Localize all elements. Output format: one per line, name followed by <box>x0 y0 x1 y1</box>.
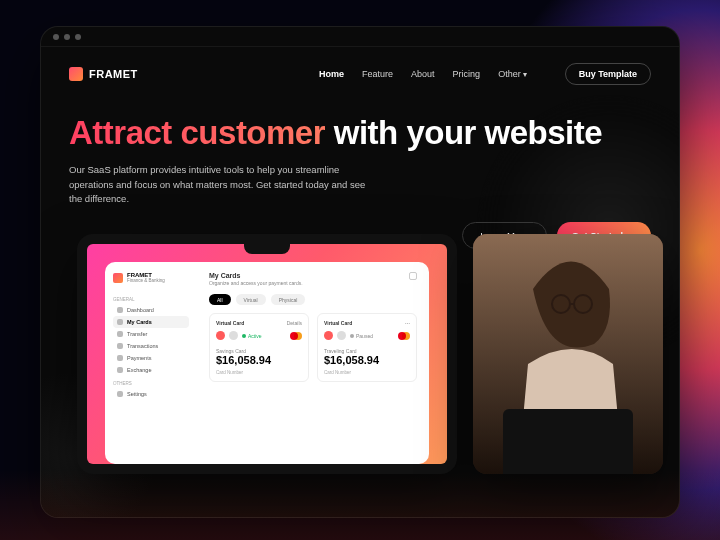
chevron-down-icon: ▾ <box>523 70 527 79</box>
browser-window: FRAMET Home Feature About Pricing Other▾… <box>40 26 680 518</box>
filter-all[interactable]: All <box>209 294 231 305</box>
exchange-icon <box>117 367 123 373</box>
nav-other[interactable]: Other▾ <box>498 69 527 79</box>
sidebar-section-label: GENERAL <box>113 297 189 302</box>
device-notch-icon <box>244 244 290 254</box>
nav-links: Home Feature About Pricing Other▾ <box>319 69 527 79</box>
status-badge: Active <box>242 333 262 339</box>
contactless-icon <box>337 331 346 340</box>
sidebar-item-settings[interactable]: Settings <box>113 388 189 400</box>
person-illustration-icon <box>473 234 663 474</box>
brand-name: FRAMET <box>89 68 138 80</box>
nav-feature[interactable]: Feature <box>362 69 393 79</box>
card-chip-icon <box>216 331 225 340</box>
contactless-icon <box>229 331 238 340</box>
artboard: FRAMET Home Feature About Pricing Other▾… <box>0 0 720 540</box>
app-sidebar: FRAMET Finance & Banking GENERAL Dashboa… <box>105 262 197 464</box>
sidebar-item-transfer[interactable]: Transfer <box>113 328 189 340</box>
window-chrome <box>41 27 679 47</box>
card-number-label: Card Number <box>324 370 410 375</box>
window-dot-icon <box>75 34 81 40</box>
nav-about[interactable]: About <box>411 69 435 79</box>
hero-headline: Attract customer with your website <box>69 115 651 151</box>
sidebar-item-mycards[interactable]: My Cards <box>113 316 189 328</box>
payment-card[interactable]: Virtual Card Details Active <box>209 313 309 382</box>
balance-amount: $16,058.94 <box>216 354 302 366</box>
header-nav: FRAMET Home Feature About Pricing Other▾… <box>69 63 651 85</box>
app-brand-subtitle: Finance & Banking <box>127 279 165 284</box>
card-chip-icon <box>324 331 333 340</box>
nav-pricing[interactable]: Pricing <box>453 69 481 79</box>
balance-amount: $16,058.94 <box>324 354 410 366</box>
card-icon <box>117 319 123 325</box>
hero-headline-rest: with your website <box>325 114 602 151</box>
app-logo-icon <box>113 273 123 283</box>
app-page-title: My Cards <box>209 272 303 279</box>
app-main: My Cards Organize and access your paymen… <box>197 262 429 464</box>
mastercard-icon <box>290 332 302 340</box>
app-page-subtitle: Organize and access your payment cards. <box>209 280 303 286</box>
sidebar-item-payments[interactable]: Payments <box>113 352 189 364</box>
hero-headline-accent: Attract customer <box>69 114 325 151</box>
card-filters: All Virtual Physical <box>209 294 417 305</box>
brand-logo-icon <box>69 67 83 81</box>
filter-virtual[interactable]: Virtual <box>236 294 266 305</box>
window-dot-icon <box>53 34 59 40</box>
sidebar-item-exchange[interactable]: Exchange <box>113 364 189 376</box>
status-badge: Paused <box>350 333 373 339</box>
brand[interactable]: FRAMET <box>69 67 138 81</box>
card-number-label: Card Number <box>216 370 302 375</box>
card-options-icon[interactable]: ⋯ <box>405 320 410 326</box>
mastercard-icon <box>398 332 410 340</box>
sidebar-item-dashboard[interactable]: Dashboard <box>113 304 189 316</box>
tablet-mockup: FRAMET Finance & Banking GENERAL Dashboa… <box>77 234 457 474</box>
wallet-icon <box>117 355 123 361</box>
sidebar-item-transactions[interactable]: Transactions <box>113 340 189 352</box>
options-icon[interactable] <box>409 272 417 280</box>
filter-physical[interactable]: Physical <box>271 294 306 305</box>
grid-icon <box>117 307 123 313</box>
nav-home[interactable]: Home <box>319 69 344 79</box>
list-icon <box>117 343 123 349</box>
hero-photo <box>473 234 663 474</box>
window-dot-icon <box>64 34 70 40</box>
svg-rect-5 <box>503 409 633 474</box>
hero-subtext: Our SaaS platform provides intuitive too… <box>69 163 369 206</box>
card-title: Virtual Card <box>216 320 244 326</box>
sidebar-section-label: OTHERS <box>113 381 189 386</box>
card-title: Virtual Card <box>324 320 352 326</box>
swap-icon <box>117 331 123 337</box>
gear-icon <box>117 391 123 397</box>
buy-template-button[interactable]: Buy Template <box>565 63 651 85</box>
card-details-link[interactable]: Details <box>287 320 302 326</box>
hero-mockups: FRAMET Finance & Banking GENERAL Dashboa… <box>69 234 651 474</box>
page-viewport: FRAMET Home Feature About Pricing Other▾… <box>41 47 679 517</box>
payment-card[interactable]: Virtual Card ⋯ Paused <box>317 313 417 382</box>
app-brand: FRAMET Finance & Banking <box>113 272 189 284</box>
